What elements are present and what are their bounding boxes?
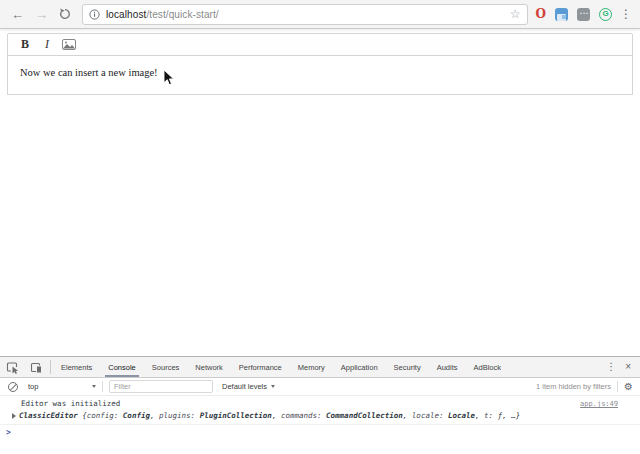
tab-security[interactable]: Security [386, 357, 429, 377]
console-messages: Editor was initialized app.js:49 Classic… [0, 396, 640, 438]
editor-paragraph: Now we can insert a new image! [20, 67, 158, 78]
devtools-menu-icon[interactable]: ⋮ [606, 362, 616, 372]
back-button[interactable]: ← [11, 8, 24, 21]
extensions-area: O ⋯ G [536, 8, 612, 21]
tab-console[interactable]: Console [100, 357, 144, 377]
extension-grey-dots-icon[interactable]: ⋯ [577, 8, 590, 21]
devtools-window-controls: ⋮ × [606, 357, 640, 377]
devtools-panel: ElementsConsoleSourcesNetworkPerformance… [0, 356, 640, 454]
inspect-element-button[interactable] [0, 357, 24, 377]
address-bar[interactable]: localhost/test/quick-start/ ☆ [82, 4, 528, 25]
clear-console-icon[interactable] [8, 382, 18, 392]
tab-sources[interactable]: Sources [144, 357, 188, 377]
devtools-tabbar: ElementsConsoleSourcesNetworkPerformance… [0, 357, 640, 378]
toolbar-divider [617, 381, 618, 392]
url-host: localhost [106, 9, 146, 20]
hidden-items-info: 1 item hidden by filters [536, 382, 611, 391]
reload-button[interactable] [59, 8, 71, 20]
console-log-row: Editor was initialized app.js:49 [0, 399, 640, 410]
rich-text-editor: B I Now we can insert a new image! [7, 33, 633, 95]
chevron-down-icon [92, 385, 96, 388]
extension-grammarly-icon[interactable]: G [599, 8, 612, 21]
forward-button[interactable]: → [35, 8, 48, 21]
tab-performance[interactable]: Performance [231, 357, 290, 377]
console-prompt[interactable]: > [0, 425, 640, 438]
tab-elements[interactable]: Elements [53, 357, 100, 377]
console-toolbar: top Default levels 1 item hidden by filt… [0, 378, 640, 396]
reload-icon [59, 8, 71, 20]
console-object-row[interactable]: ClassicEditor {config: Config, plugins: … [0, 410, 640, 421]
console-filter-input[interactable] [109, 380, 213, 393]
devtools-close-icon[interactable]: × [625, 362, 631, 372]
page-info-icon[interactable] [89, 9, 100, 20]
bold-button[interactable]: B [16, 37, 34, 52]
tab-memory[interactable]: Memory [290, 357, 333, 377]
log-levels-label: Default levels [222, 382, 267, 391]
device-toolbar-icon [30, 361, 43, 374]
image-icon [62, 39, 76, 50]
chevron-down-icon [271, 385, 275, 388]
inspect-cursor-icon [6, 361, 19, 374]
browser-toolbar: ← → localhost/test/quick-start/ ☆ O ⋯ G … [0, 0, 640, 29]
prompt-chevron-icon: > [6, 428, 11, 437]
console-settings-gear-icon[interactable]: ⚙ [624, 382, 633, 392]
execution-context-selector[interactable]: top [28, 382, 96, 391]
bookmark-star-icon[interactable]: ☆ [510, 8, 521, 20]
mouse-cursor [163, 69, 175, 86]
url-path: /test/quick-start/ [146, 9, 218, 20]
console-source-link[interactable]: app.js:49 [580, 399, 618, 409]
insert-image-button[interactable] [60, 39, 78, 50]
url-text: localhost/test/quick-start/ [106, 9, 219, 20]
editor-toolbar: B I [7, 33, 633, 56]
object-preview-tokens: ClassicEditor {config: Config, plugins: … [19, 411, 520, 421]
browser-menu-icon[interactable]: ⋮ [620, 8, 632, 20]
toolbar-divider [102, 381, 103, 392]
console-log-text: Editor was initialized [21, 399, 120, 409]
tabbar-divider [50, 360, 51, 374]
log-levels-dropdown[interactable]: Default levels [222, 382, 275, 391]
italic-button[interactable]: I [38, 37, 56, 52]
extension-blue-window-icon[interactable] [555, 8, 568, 21]
extension-red-o-icon[interactable]: O [536, 8, 546, 20]
device-toolbar-button[interactable] [24, 357, 48, 377]
tab-audits[interactable]: Audits [429, 357, 466, 377]
context-label: top [28, 382, 38, 391]
tab-network[interactable]: Network [187, 357, 231, 377]
expand-triangle-icon[interactable] [12, 413, 16, 419]
editor-content[interactable]: Now we can insert a new image! [7, 56, 633, 95]
devtools-tab-list: ElementsConsoleSourcesNetworkPerformance… [53, 357, 509, 377]
tab-application[interactable]: Application [333, 357, 386, 377]
tab-adblock[interactable]: AdBlock [466, 357, 510, 377]
console-message-group: Editor was initialized app.js:49 Classic… [0, 396, 640, 425]
